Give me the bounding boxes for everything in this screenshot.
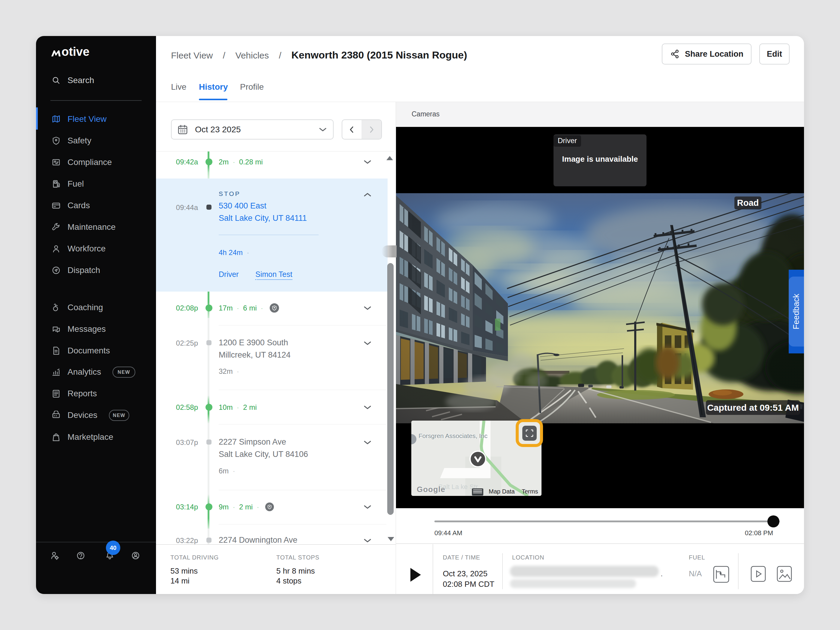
svg-text:Google: Google: [417, 485, 445, 494]
svg-text:Forsgren Associates, Inc: Forsgren Associates, Inc: [418, 432, 488, 439]
svg-text:Map Data: Map Data: [489, 488, 515, 495]
svg-text:Terms: Terms: [522, 488, 538, 495]
